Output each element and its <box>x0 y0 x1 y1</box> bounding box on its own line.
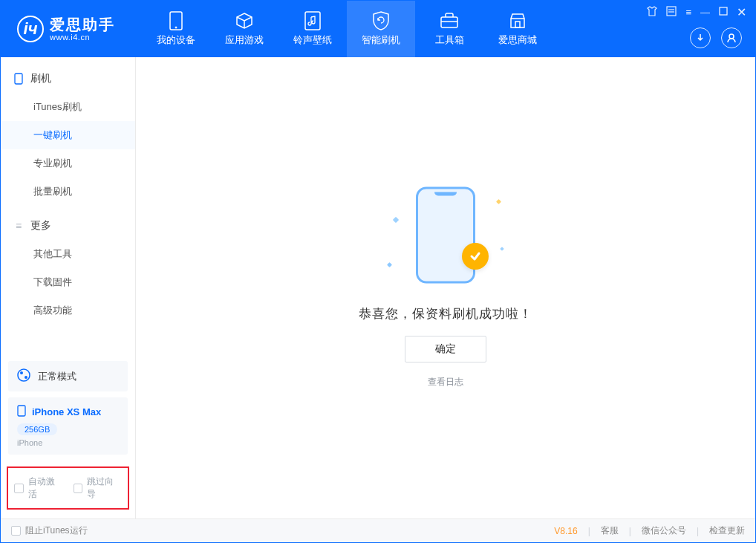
footer-link-support[interactable]: 客服 <box>601 524 619 537</box>
menu-lines-icon: ≡ <box>13 220 25 232</box>
svg-rect-11 <box>15 74 22 84</box>
sidebar-group-label: 更多 <box>30 219 51 233</box>
checkbox-label: 阻止iTunes运行 <box>25 524 88 537</box>
sidebar-item-advanced[interactable]: 高级功能 <box>1 296 135 325</box>
ok-button[interactable]: 确定 <box>405 336 486 362</box>
shop-icon <box>508 11 527 30</box>
checkbox-block-itunes[interactable]: 阻止iTunes运行 <box>11 524 88 537</box>
shield-refresh-icon <box>371 11 391 30</box>
header: iч 爱思助手 www.i4.cn 我的设备 应用游戏 铃声壁纸 智能刷机 <box>1 1 755 57</box>
close-button[interactable]: ✕ <box>737 5 746 19</box>
svg-point-1 <box>175 27 177 28</box>
view-log-link[interactable]: 查看日志 <box>428 376 463 388</box>
device-card[interactable]: iPhone XS Max 256GB iPhone <box>8 397 128 455</box>
nav-tab-label: 爱思商城 <box>498 33 537 47</box>
download-button[interactable] <box>690 27 711 48</box>
app-logo: iч 爱思助手 www.i4.cn <box>1 1 142 57</box>
body: 刷机 iTunes刷机 一键刷机 专业刷机 批量刷机 ≡ 更多 其他工具 下载固… <box>1 57 755 518</box>
svg-rect-3 <box>441 17 457 27</box>
status-card: 正常模式 <box>8 361 128 391</box>
svg-point-12 <box>18 369 30 381</box>
checkbox-icon <box>74 484 83 493</box>
checkbox-auto-activate[interactable]: 自动激活 <box>14 475 63 501</box>
cube-icon <box>235 11 254 30</box>
app-title: 爱思助手 <box>50 16 115 33</box>
success-message: 恭喜您，保资料刷机成功啦！ <box>359 305 532 322</box>
sidebar-item-itunes-flash[interactable]: iTunes刷机 <box>1 93 135 121</box>
nav-tab-my-device[interactable]: 我的设备 <box>142 1 210 57</box>
nav-tab-label: 应用游戏 <box>225 33 264 47</box>
sidebar-group-label: 刷机 <box>30 72 51 85</box>
nav-tab-label: 工具箱 <box>435 33 464 47</box>
sidebar-item-pro-flash[interactable]: 专业刷机 <box>1 149 135 178</box>
svg-point-14 <box>25 376 27 379</box>
nav-tab-toolbox[interactable]: 工具箱 <box>415 1 483 57</box>
app-url: www.i4.cn <box>50 33 115 42</box>
user-button[interactable] <box>721 27 742 48</box>
nav-tab-smart-flash[interactable]: 智能刷机 <box>347 1 415 57</box>
svg-point-10 <box>729 34 734 39</box>
main-content: 恭喜您，保资料刷机成功啦！ 确定 查看日志 <box>136 57 755 518</box>
checkbox-icon <box>11 526 21 536</box>
logo-icon: iч <box>17 16 44 42</box>
checkbox-icon <box>14 484 24 493</box>
shirt-icon[interactable] <box>647 6 657 19</box>
nav-tab-label: 我的设备 <box>157 33 195 47</box>
status-label: 正常模式 <box>38 370 76 383</box>
phone-icon <box>13 73 25 85</box>
nav-tab-store[interactable]: 爱思商城 <box>483 1 552 57</box>
nav-tab-ringtones[interactable]: 铃声壁纸 <box>278 1 347 57</box>
success-illustration <box>386 188 505 292</box>
flash-options-box: 自动激活 跳过向导 <box>7 466 129 510</box>
sidebar: 刷机 iTunes刷机 一键刷机 专业刷机 批量刷机 ≡ 更多 其他工具 下载固… <box>1 57 136 518</box>
svg-point-13 <box>20 371 23 374</box>
list-icon[interactable] <box>666 6 677 19</box>
svg-rect-6 <box>667 7 676 16</box>
footer-link-wechat[interactable]: 微信公众号 <box>642 524 686 537</box>
menu-icon[interactable]: ≡ <box>685 7 691 18</box>
svg-rect-9 <box>720 7 727 15</box>
device-name: iPhone XS Max <box>32 406 101 417</box>
minimize-button[interactable]: — <box>700 7 710 18</box>
sidebar-group-flash: 刷机 <box>1 66 135 91</box>
device-phone-icon <box>17 405 26 419</box>
nav-tab-apps-games[interactable]: 应用游戏 <box>210 1 278 57</box>
sidebar-item-batch-flash[interactable]: 批量刷机 <box>1 178 135 206</box>
sidebar-group-more: ≡ 更多 <box>1 213 135 238</box>
footer-link-update[interactable]: 检查更新 <box>709 524 745 537</box>
music-file-icon <box>303 11 322 30</box>
maximize-button[interactable] <box>719 7 728 18</box>
sidebar-item-other-tools[interactable]: 其他工具 <box>1 240 135 268</box>
nav-tab-label: 铃声壁纸 <box>293 33 332 47</box>
device-icon <box>166 11 186 30</box>
nav-tab-label: 智能刷机 <box>362 33 400 47</box>
version-label: V8.16 <box>554 526 577 536</box>
checkbox-label: 自动激活 <box>28 475 63 501</box>
window-controls: ≡ — ✕ <box>647 5 746 19</box>
footer: 阻止iTunes运行 V8.16 | 客服 | 微信公众号 | 检查更新 <box>1 518 755 542</box>
device-storage-badge: 256GB <box>17 423 57 435</box>
checkbox-skip-guide[interactable]: 跳过向导 <box>74 475 123 501</box>
checkmark-badge-icon <box>462 243 489 270</box>
app-window: iч 爱思助手 www.i4.cn 我的设备 应用游戏 铃声壁纸 智能刷机 <box>0 0 756 543</box>
svg-rect-5 <box>515 22 520 27</box>
checkbox-label: 跳过向导 <box>87 475 122 501</box>
sidebar-item-oneclick-flash[interactable]: 一键刷机 <box>1 121 135 149</box>
device-type: iPhone <box>17 438 119 447</box>
status-icon <box>17 368 30 384</box>
svg-rect-15 <box>18 406 25 416</box>
sidebar-item-download-firmware[interactable]: 下载固件 <box>1 268 135 296</box>
toolbox-icon <box>440 11 459 30</box>
phone-illustration-icon <box>416 186 475 283</box>
